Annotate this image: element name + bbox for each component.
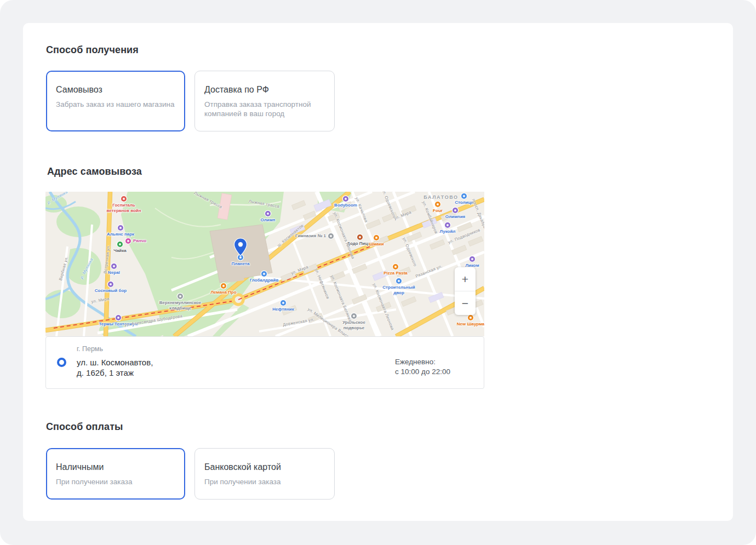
map-tiles: [45, 192, 484, 336]
page: Способ получения Самовывоз Забрать заказ…: [0, 0, 756, 545]
payment-method-heading: Способ оплаты: [46, 421, 123, 433]
option-subtitle: Отправка заказа транспортной компанией в…: [204, 100, 325, 118]
delivery-option-shipping[interactable]: Доставка по РФ Отправка заказа транспорт…: [194, 71, 335, 131]
map-zoom-control: + −: [455, 267, 476, 315]
district-label: БАЛАТОВО: [423, 194, 458, 200]
map[interactable]: Госпитальветеранов войнАльянс паркРанчоЧ…: [45, 192, 484, 336]
address-text: г. Пермь ул. ш. Космонавтов, д. 162б, 1 …: [77, 345, 153, 378]
option-subtitle: При получении заказа: [204, 477, 325, 486]
pickup-address-card[interactable]: г. Пермь ул. ш. Космонавтов, д. 162б, 1 …: [45, 336, 484, 389]
option-title: Самовывоз: [56, 84, 176, 95]
address-radio[interactable]: [57, 358, 66, 367]
delivery-option-pickup[interactable]: Самовывоз Забрать заказ из нашего магази…: [46, 71, 185, 131]
payment-option-cash[interactable]: Наличными При получении заказа: [46, 448, 185, 500]
delivery-options: Самовывоз Забрать заказ из нашего магази…: [46, 71, 335, 131]
option-title: Наличными: [56, 462, 176, 472]
zoom-in-button[interactable]: +: [455, 267, 476, 291]
address-line1: ул. ш. Космонавтов,: [77, 357, 153, 368]
option-title: Доставка по РФ: [204, 84, 325, 95]
option-title: Банковской картой: [204, 462, 325, 472]
zoom-out-button[interactable]: −: [455, 291, 476, 315]
checkout-card: Способ получения Самовывоз Забрать заказ…: [23, 23, 733, 521]
payment-options: Наличными При получении заказа Банковско…: [46, 448, 335, 500]
schedule-label: Ежедневно:: [395, 357, 450, 367]
schedule-hours: с 10:00 до 22:00: [395, 367, 450, 377]
delivery-method-heading: Способ получения: [46, 44, 139, 56]
address-line2: д. 162б, 1 этаж: [77, 368, 153, 378]
schedule: Ежедневно: с 10:00 до 22:00: [395, 357, 450, 377]
option-subtitle: При получении заказа: [56, 477, 176, 486]
payment-option-card[interactable]: Банковской картой При получении заказа: [194, 448, 335, 500]
map-pin[interactable]: [233, 238, 248, 256]
option-subtitle: Забрать заказ из нашего магазина: [56, 100, 176, 109]
pickup-address-heading: Адрес самовывоза: [47, 166, 142, 177]
address-city: г. Пермь: [77, 345, 153, 353]
